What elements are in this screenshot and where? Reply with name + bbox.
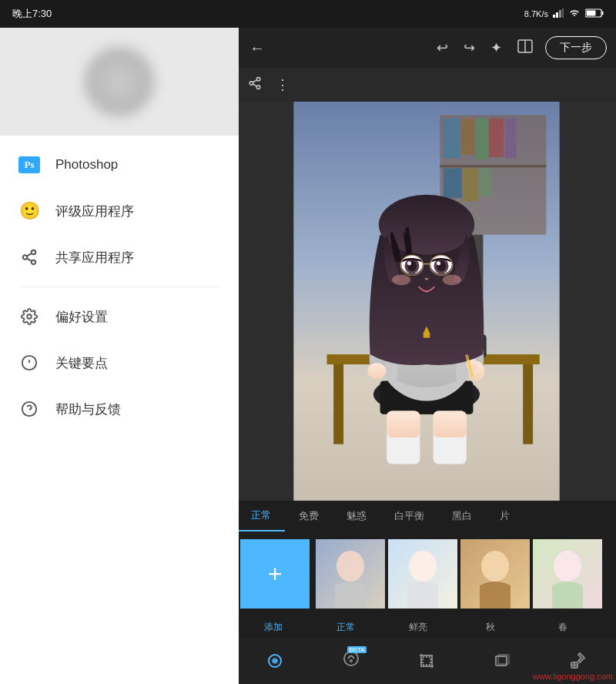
anime-illustration (237, 102, 616, 501)
bottom-adjust-button[interactable]: BETA (342, 649, 360, 672)
bottom-bar: BETA (237, 638, 616, 684)
bottom-filter-button[interactable] (266, 652, 284, 670)
filter-tab-whitebalance[interactable]: 白平衡 (380, 501, 438, 531)
right-panel: ← ↩ ↪ ✦ 下一步 ⋮ (237, 28, 616, 684)
svg-rect-46 (434, 411, 467, 438)
menu-item-help[interactable]: 帮助与反馈 (0, 386, 239, 432)
rate-icon: 🙂 (18, 200, 40, 222)
svg-rect-31 (505, 119, 517, 159)
svg-point-22 (256, 86, 260, 89)
svg-rect-27 (444, 119, 460, 159)
svg-rect-30 (489, 119, 504, 157)
prefs-icon (18, 306, 40, 327)
menu-label-photoshop: Photoshop (55, 157, 118, 173)
avatar-area (0, 28, 239, 136)
status-icons: 8.7K/s (524, 8, 604, 19)
filter-tab-normal[interactable]: 正常 (237, 501, 285, 531)
svg-point-70 (336, 551, 364, 582)
bottom-overlay-button[interactable] (493, 652, 511, 670)
left-panel: Ps Photoshop 🙂 评级应用程序 共享应用程序 (0, 28, 239, 684)
beta-badge: BETA (347, 646, 366, 653)
menu-item-prefs[interactable]: 偏好设置 (0, 293, 239, 340)
thumb-label-spring: 春 (527, 621, 599, 634)
thumbnail-normal[interactable] (316, 539, 385, 609)
thumb-label-autumn: 秋 (454, 621, 527, 634)
menu-item-photoshop[interactable]: Ps Photoshop (0, 142, 239, 188)
thumb-label-normal: 正常 (310, 621, 382, 634)
editor-toolbar: ← ↩ ↪ ✦ 下一步 (237, 28, 616, 68)
thumb-image-autumn (460, 539, 530, 609)
next-button[interactable]: 下一步 (545, 36, 607, 59)
magic-icon[interactable]: ✦ (487, 36, 505, 59)
svg-rect-33 (444, 168, 462, 198)
status-time: 晚上7:30 (12, 7, 52, 21)
svg-point-60 (407, 261, 411, 265)
keypoints-icon (18, 352, 40, 374)
svg-point-51 (367, 363, 386, 379)
toolbar-right: ↩ ↪ ✦ 下一步 (434, 36, 607, 60)
svg-rect-28 (461, 119, 474, 155)
svg-rect-81 (423, 657, 430, 665)
svg-point-62 (392, 274, 410, 285)
menu-label-keypoints: 关键要点 (55, 354, 108, 372)
thumb-image-normal (316, 539, 385, 609)
svg-line-24 (253, 79, 256, 82)
compare-icon[interactable] (514, 36, 536, 60)
bottom-tools-button[interactable] (569, 652, 588, 670)
filter-tab-blackwhite[interactable]: 黑白 (438, 501, 486, 531)
svg-rect-32 (440, 165, 546, 167)
svg-line-23 (253, 84, 256, 86)
svg-point-74 (481, 551, 509, 582)
undo-icon[interactable]: ↩ (434, 36, 451, 59)
image-area (237, 102, 616, 501)
filter-tab-more[interactable]: 片 (486, 501, 524, 531)
thumbnail-labels: 添加 正常 鲜亮 秋 春 (237, 616, 616, 638)
menu-label-share: 共享应用程序 (55, 249, 134, 267)
svg-point-79 (344, 652, 358, 666)
bottom-crop-button[interactable] (417, 652, 436, 670)
redo-icon[interactable]: ↪ (460, 36, 478, 59)
share-bar-more-icon[interactable]: ⋮ (276, 76, 290, 93)
filter-tab-charm[interactable]: 魅惑 (333, 501, 380, 531)
share-bar: ⋮ (237, 68, 616, 102)
thumbnails-strip: + (237, 531, 616, 616)
svg-line-10 (27, 258, 32, 261)
svg-point-61 (437, 261, 440, 265)
avatar-blur (85, 47, 154, 116)
filter-tab-free[interactable]: 免费 (285, 501, 333, 531)
svg-line-11 (27, 253, 32, 256)
svg-rect-2 (559, 10, 561, 18)
signal-icon (553, 8, 564, 19)
svg-rect-35 (479, 168, 491, 196)
thumb-label-add: 添加 (237, 621, 310, 634)
add-filter-button[interactable]: + (240, 539, 310, 609)
menu-item-share[interactable]: 共享应用程序 (0, 234, 239, 280)
svg-rect-5 (602, 12, 604, 15)
thumbnail-autumn[interactable] (460, 539, 530, 609)
ps-icon: Ps (18, 154, 40, 176)
share-bar-share-icon[interactable] (248, 76, 262, 94)
svg-rect-37 (333, 364, 343, 444)
toolbar-left: ← (246, 36, 268, 60)
back-icon[interactable]: ← (246, 36, 268, 60)
svg-point-7 (32, 250, 36, 255)
menu-section: Ps Photoshop 🙂 评级应用程序 共享应用程序 (0, 136, 239, 684)
thumbnail-spring[interactable] (533, 539, 602, 609)
svg-point-76 (554, 551, 581, 582)
svg-rect-29 (476, 119, 488, 160)
svg-rect-34 (463, 168, 477, 201)
svg-point-72 (409, 551, 437, 582)
menu-item-keypoints[interactable]: 关键要点 (0, 340, 239, 386)
wifi-icon (568, 8, 581, 19)
thumbnail-bright[interactable] (388, 539, 457, 609)
menu-divider (18, 287, 220, 287)
network-speed: 8.7K/s (524, 9, 548, 18)
svg-rect-6 (587, 11, 596, 16)
menu-label-rate: 评级应用程序 (55, 203, 134, 220)
help-icon (18, 398, 40, 420)
svg-point-21 (249, 81, 253, 85)
menu-label-prefs: 偏好设置 (55, 308, 108, 326)
battery-icon (585, 8, 604, 19)
svg-point-80 (350, 659, 353, 662)
menu-item-rate[interactable]: 🙂 评级应用程序 (0, 188, 239, 234)
